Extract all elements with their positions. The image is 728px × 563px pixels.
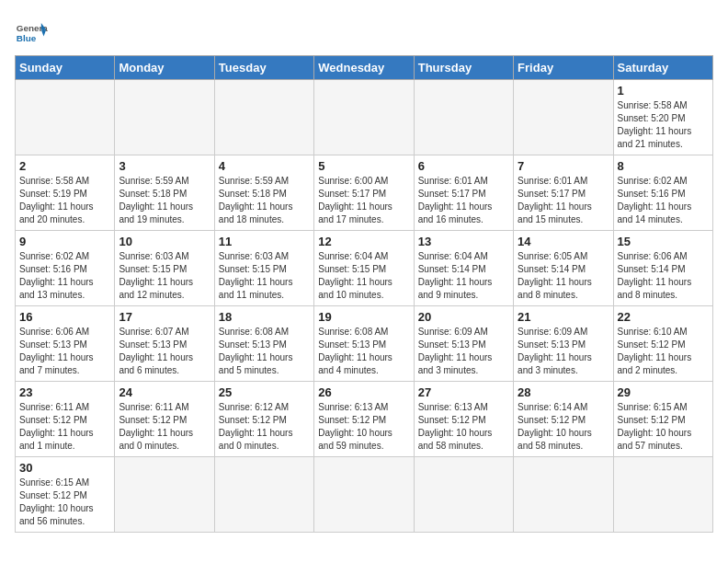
calendar-cell: 22Sunrise: 6:10 AM Sunset: 5:12 PM Dayli… [613, 306, 712, 382]
day-info: Sunrise: 6:08 AM Sunset: 5:13 PM Dayligh… [219, 326, 310, 377]
calendar-cell: 17Sunrise: 6:07 AM Sunset: 5:13 PM Dayli… [115, 306, 214, 382]
day-info: Sunrise: 6:15 AM Sunset: 5:12 PM Dayligh… [19, 477, 110, 528]
calendar-cell [314, 457, 414, 533]
day-number: 26 [318, 385, 409, 399]
weekday-header-thursday: Thursday [414, 56, 513, 80]
day-info: Sunrise: 5:58 AM Sunset: 5:19 PM Dayligh… [19, 175, 110, 226]
day-number: 21 [518, 310, 609, 324]
day-number: 3 [119, 159, 210, 173]
day-info: Sunrise: 6:11 AM Sunset: 5:12 PM Dayligh… [119, 401, 210, 453]
calendar-cell: 7Sunrise: 6:01 AM Sunset: 5:17 PM Daylig… [514, 155, 613, 231]
day-info: Sunrise: 6:11 AM Sunset: 5:12 PM Dayligh… [19, 401, 110, 453]
day-info: Sunrise: 6:09 AM Sunset: 5:13 PM Dayligh… [418, 326, 509, 377]
day-info: Sunrise: 6:15 AM Sunset: 5:12 PM Dayligh… [618, 401, 709, 453]
calendar-cell: 16Sunrise: 6:06 AM Sunset: 5:13 PM Dayli… [16, 306, 115, 382]
day-number: 14 [518, 235, 609, 248]
calendar-cell: 23Sunrise: 6:11 AM Sunset: 5:12 PM Dayli… [16, 382, 115, 457]
logo: General Blue [15, 15, 48, 48]
calendar-cell [214, 80, 313, 155]
day-info: Sunrise: 6:12 AM Sunset: 5:12 PM Dayligh… [219, 401, 310, 453]
day-number: 10 [119, 235, 210, 248]
weekday-header-friday: Friday [514, 56, 613, 80]
day-number: 23 [19, 385, 110, 399]
day-number: 17 [119, 310, 210, 324]
calendar-cell: 26Sunrise: 6:13 AM Sunset: 5:12 PM Dayli… [314, 382, 414, 457]
calendar-cell: 9Sunrise: 6:02 AM Sunset: 5:16 PM Daylig… [16, 231, 115, 306]
day-number: 8 [618, 159, 709, 173]
day-number: 24 [119, 385, 210, 399]
calendar-row-0: 1Sunrise: 5:58 AM Sunset: 5:20 PM Daylig… [16, 80, 713, 155]
day-number: 6 [418, 159, 509, 173]
calendar-cell: 2Sunrise: 5:58 AM Sunset: 5:19 PM Daylig… [16, 155, 115, 231]
calendar-row-4: 23Sunrise: 6:11 AM Sunset: 5:12 PM Dayli… [16, 382, 713, 457]
calendar-cell: 28Sunrise: 6:14 AM Sunset: 5:12 PM Dayli… [514, 382, 613, 457]
day-info: Sunrise: 6:02 AM Sunset: 5:16 PM Dayligh… [19, 250, 110, 302]
calendar: SundayMondayTuesdayWednesdayThursdayFrid… [15, 55, 713, 533]
calendar-row-3: 16Sunrise: 6:06 AM Sunset: 5:13 PM Dayli… [16, 306, 713, 382]
day-info: Sunrise: 5:58 AM Sunset: 5:20 PM Dayligh… [618, 99, 709, 151]
day-info: Sunrise: 6:13 AM Sunset: 5:12 PM Dayligh… [418, 401, 509, 453]
weekday-header-row: SundayMondayTuesdayWednesdayThursdayFrid… [16, 56, 713, 80]
day-number: 22 [618, 310, 709, 324]
weekday-header-tuesday: Tuesday [214, 56, 313, 80]
calendar-cell: 12Sunrise: 6:04 AM Sunset: 5:15 PM Dayli… [314, 231, 414, 306]
calendar-cell: 30Sunrise: 6:15 AM Sunset: 5:12 PM Dayli… [16, 457, 115, 533]
calendar-row-1: 2Sunrise: 5:58 AM Sunset: 5:19 PM Daylig… [16, 155, 713, 231]
day-number: 11 [219, 235, 310, 248]
calendar-cell: 1Sunrise: 5:58 AM Sunset: 5:20 PM Daylig… [613, 80, 712, 155]
day-info: Sunrise: 6:04 AM Sunset: 5:15 PM Dayligh… [318, 250, 409, 302]
day-number: 27 [418, 385, 509, 399]
calendar-cell [414, 80, 513, 155]
calendar-cell: 25Sunrise: 6:12 AM Sunset: 5:12 PM Dayli… [214, 382, 313, 457]
calendar-cell [414, 457, 513, 533]
day-number: 2 [19, 159, 110, 173]
day-info: Sunrise: 6:08 AM Sunset: 5:13 PM Dayligh… [318, 326, 409, 377]
header: General Blue [15, 15, 713, 48]
calendar-cell [16, 80, 115, 155]
day-info: Sunrise: 6:07 AM Sunset: 5:13 PM Dayligh… [119, 326, 210, 377]
calendar-cell [115, 80, 214, 155]
day-info: Sunrise: 6:01 AM Sunset: 5:17 PM Dayligh… [418, 175, 509, 226]
calendar-cell: 29Sunrise: 6:15 AM Sunset: 5:12 PM Dayli… [613, 382, 712, 457]
day-info: Sunrise: 6:04 AM Sunset: 5:14 PM Dayligh… [418, 250, 509, 302]
day-number: 30 [19, 461, 110, 475]
day-info: Sunrise: 6:09 AM Sunset: 5:13 PM Dayligh… [518, 326, 609, 377]
calendar-cell [613, 457, 712, 533]
calendar-cell: 15Sunrise: 6:06 AM Sunset: 5:14 PM Dayli… [613, 231, 712, 306]
calendar-cell: 19Sunrise: 6:08 AM Sunset: 5:13 PM Dayli… [314, 306, 414, 382]
day-info: Sunrise: 6:02 AM Sunset: 5:16 PM Dayligh… [618, 175, 709, 226]
calendar-cell [214, 457, 313, 533]
calendar-cell: 6Sunrise: 6:01 AM Sunset: 5:17 PM Daylig… [414, 155, 513, 231]
day-info: Sunrise: 6:05 AM Sunset: 5:14 PM Dayligh… [518, 250, 609, 302]
calendar-cell [314, 80, 414, 155]
day-number: 9 [19, 235, 110, 248]
day-info: Sunrise: 6:03 AM Sunset: 5:15 PM Dayligh… [119, 250, 210, 302]
day-number: 18 [219, 310, 310, 324]
calendar-cell: 13Sunrise: 6:04 AM Sunset: 5:14 PM Dayli… [414, 231, 513, 306]
weekday-header-saturday: Saturday [613, 56, 712, 80]
day-info: Sunrise: 6:01 AM Sunset: 5:17 PM Dayligh… [518, 175, 609, 226]
calendar-cell [115, 457, 214, 533]
day-number: 19 [318, 310, 409, 324]
calendar-cell [514, 457, 613, 533]
calendar-cell: 10Sunrise: 6:03 AM Sunset: 5:15 PM Dayli… [115, 231, 214, 306]
day-number: 15 [618, 235, 709, 248]
day-info: Sunrise: 6:10 AM Sunset: 5:12 PM Dayligh… [618, 326, 709, 377]
logo-icon: General Blue [15, 15, 48, 48]
day-number: 25 [219, 385, 310, 399]
day-info: Sunrise: 5:59 AM Sunset: 5:18 PM Dayligh… [119, 175, 210, 226]
calendar-cell: 8Sunrise: 6:02 AM Sunset: 5:16 PM Daylig… [613, 155, 712, 231]
day-number: 28 [518, 385, 609, 399]
day-info: Sunrise: 6:00 AM Sunset: 5:17 PM Dayligh… [318, 175, 409, 226]
weekday-header-sunday: Sunday [16, 56, 115, 80]
day-number: 13 [418, 235, 509, 248]
calendar-cell: 5Sunrise: 6:00 AM Sunset: 5:17 PM Daylig… [314, 155, 414, 231]
calendar-cell: 4Sunrise: 5:59 AM Sunset: 5:18 PM Daylig… [214, 155, 313, 231]
weekday-header-monday: Monday [115, 56, 214, 80]
day-info: Sunrise: 5:59 AM Sunset: 5:18 PM Dayligh… [219, 175, 310, 226]
day-number: 16 [19, 310, 110, 324]
calendar-row-5: 30Sunrise: 6:15 AM Sunset: 5:12 PM Dayli… [16, 457, 713, 533]
day-number: 4 [219, 159, 310, 173]
day-number: 29 [618, 385, 709, 399]
weekday-header-wednesday: Wednesday [314, 56, 414, 80]
